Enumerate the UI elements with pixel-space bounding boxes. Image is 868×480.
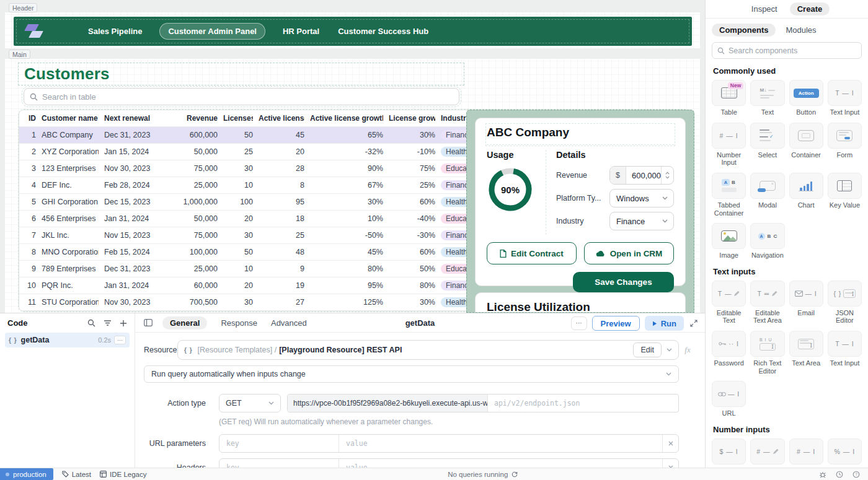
value-input[interactable]: value	[339, 435, 662, 452]
component-navigation[interactable]: ABCNavigation	[750, 223, 784, 260]
table-cell: Jan 15, 2024	[104, 147, 164, 156]
component-email[interactable]: — IEmail	[789, 281, 823, 325]
main-frame-tag[interactable]: Main	[9, 50, 30, 59]
environment-selector[interactable]: production	[0, 468, 53, 480]
tab-modules[interactable]: Modules	[778, 24, 823, 37]
search-queries-icon[interactable]	[87, 319, 95, 327]
nav-item-customer-success-hub[interactable]: Customer Success Hub	[337, 24, 430, 39]
query-item-menu-button[interactable]: ···	[114, 336, 126, 344]
table-icon: New	[712, 80, 746, 106]
detail-container[interactable]: ABC Company Usage 90% Details	[466, 110, 694, 313]
component-search-input[interactable]: Search components	[712, 42, 862, 59]
component-key-value[interactable]: Key Value	[828, 173, 862, 217]
save-changes-button[interactable]: Save Changes	[573, 272, 674, 292]
component-number-input[interactable]: # — INumber Input	[712, 123, 746, 167]
component-label: Key Value	[830, 201, 860, 209]
run-button[interactable]: Run	[645, 316, 684, 331]
component-chart[interactable]: Chart	[789, 173, 823, 217]
component-button[interactable]: ActionButton	[789, 80, 823, 116]
component-text-input[interactable]: T — IText Input	[828, 331, 862, 375]
component-table[interactable]: NewTable	[712, 80, 746, 116]
component-json-editor[interactable]: { }IJSON Editor	[828, 281, 862, 325]
component-label: Number Input	[712, 151, 746, 167]
header-frame-tag[interactable]: Header	[9, 3, 37, 12]
component-text-area[interactable]: IText Area	[789, 331, 823, 375]
open-in-crm-button[interactable]: Open in CRM	[584, 242, 674, 264]
component-container[interactable]: Container	[789, 123, 823, 167]
endpoint-url-input[interactable]: https://vpce-00b1f95f2969a08e2-b6kuyeli.…	[287, 394, 679, 412]
component-label: Text Input	[830, 359, 860, 367]
column-header: Active license growth	[310, 114, 383, 123]
editable-icon: T ═	[758, 290, 778, 297]
component-editable-text-area[interactable]: T ═Editable Text Area	[750, 281, 784, 325]
component-editable-number[interactable]: # —Editable Number	[750, 439, 784, 468]
table-cell: 600,000	[169, 131, 218, 139]
stepper-buttons[interactable]	[661, 167, 673, 184]
resource-edit-button[interactable]: Edit	[633, 343, 662, 357]
section-title-commonly-used: Commonly used	[713, 66, 861, 76]
key-input[interactable]: key	[219, 435, 339, 452]
resource-selector[interactable]: { } [Resource Templates] / [Playground R…	[177, 340, 679, 360]
remove-row-button[interactable]	[662, 435, 678, 452]
component-form[interactable]: Form	[828, 123, 862, 167]
nav-item-customer-admin-panel[interactable]: Customer Admin Panel	[159, 23, 265, 40]
tab-create[interactable]: Create	[790, 2, 830, 15]
component-url[interactable]: — IURL	[712, 381, 746, 417]
select-input[interactable]: Finance	[609, 212, 674, 230]
select-input[interactable]: Windows	[609, 189, 674, 207]
edit-contract-button[interactable]: Edit Contract	[487, 242, 577, 264]
component-modal[interactable]: ×Modal	[750, 173, 784, 217]
component-image[interactable]: Image	[712, 223, 746, 260]
open-in-crm-label: Open in CRM	[610, 249, 663, 258]
history-icon[interactable]	[836, 471, 843, 478]
add-query-icon[interactable]	[120, 320, 127, 327]
run-mode-select[interactable]: Run query automatically when inputs chan…	[144, 365, 679, 383]
tab-advanced[interactable]: Advanced	[271, 318, 307, 328]
component-currency[interactable]: $ — ICurrency	[712, 439, 746, 468]
component-number-input[interactable]: # — INumber Input	[789, 439, 823, 468]
ide-legacy-toggle[interactable]: IDE Legacy	[100, 471, 146, 478]
version-selector[interactable]: Latest	[62, 471, 91, 478]
currency-input[interactable]: $600,000	[609, 166, 674, 185]
component-label: Editable Text	[712, 309, 746, 325]
license-utilization-card[interactable]: License Utilization	[475, 292, 686, 313]
column-header: ID	[24, 114, 36, 123]
expand-panel-icon[interactable]	[690, 320, 698, 327]
component-tabbed-container[interactable]: ABTabbed Container	[712, 173, 746, 217]
table-cell: 25%	[389, 181, 435, 190]
preview-button[interactable]: Preview	[592, 316, 640, 331]
component-text[interactable]: M↓Text	[750, 80, 784, 116]
nav-item-hr-portal[interactable]: HR Portal	[281, 24, 321, 39]
collapse-panel-icon[interactable]	[144, 319, 153, 326]
password-icon: ·· I	[712, 331, 746, 357]
tab-components[interactable]: Components	[712, 24, 776, 37]
chevron-down-icon[interactable]	[666, 348, 672, 352]
tab-response[interactable]: Response	[221, 318, 257, 328]
help-icon[interactable]: ?	[852, 471, 860, 478]
code-panel-title: Code	[7, 318, 87, 328]
table-cell: 75,000	[169, 164, 218, 173]
debug-tools-icon[interactable]	[819, 471, 826, 478]
tab-general[interactable]: General	[162, 316, 207, 329]
table-cell: 18	[259, 214, 304, 223]
app-header-bar[interactable]: Sales PipelineCustomer Admin PanelHR Por…	[14, 17, 692, 46]
button-icon: Action	[794, 89, 819, 98]
nav-item-sales-pipeline[interactable]: Sales Pipeline	[87, 24, 143, 39]
key-value-inputs[interactable]: keyvalue	[219, 434, 679, 453]
customers-title-box[interactable]: Customers	[19, 63, 464, 85]
query-list-item-getdata[interactable]: { } getData 0.2s ···	[5, 333, 130, 347]
http-method-select[interactable]: GET	[219, 394, 281, 412]
component-editable-text[interactable]: T —Editable Text	[712, 281, 746, 325]
table-search-input[interactable]: Search in table	[24, 88, 459, 105]
filter-icon[interactable]	[104, 320, 112, 326]
component-rich-text-editor[interactable]: B I UIRich Text Editor	[750, 331, 784, 375]
component-select[interactable]: ✓Select	[750, 123, 784, 167]
modal-icon: ×	[750, 173, 784, 199]
fx-icon[interactable]: fx	[679, 345, 696, 355]
query-menu-button[interactable]: ···	[571, 316, 587, 330]
refresh-icon[interactable]	[512, 471, 518, 478]
component-text-input[interactable]: T — IText Input	[828, 80, 862, 116]
tab-inspect[interactable]: Inspect	[744, 2, 785, 15]
component-percent[interactable]: % — IPercent	[828, 439, 862, 468]
component-password[interactable]: ·· IPassword	[712, 331, 746, 375]
